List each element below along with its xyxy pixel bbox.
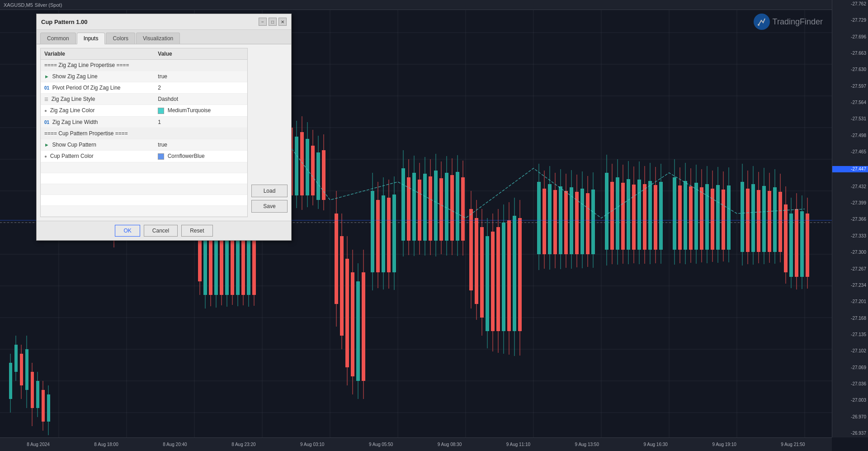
svg-rect-158: [252, 238, 256, 295]
svg-rect-398: [762, 186, 766, 252]
svg-rect-260: [475, 218, 478, 304]
val-show-cup: true: [154, 139, 247, 150]
svg-rect-209: [376, 200, 380, 272]
svg-rect-314: [586, 193, 590, 254]
dialog-window[interactable]: Cup Pattern 1.00 − □ ✕ Common Inputs Col…: [36, 14, 292, 241]
maximize-button[interactable]: □: [269, 18, 277, 26]
svg-rect-410: [784, 204, 788, 272]
chart-timeframe-label: M5: [26, 2, 33, 8]
svg-rect-188: [335, 214, 338, 304]
svg-rect-215: [387, 198, 391, 272]
svg-rect-254: [461, 177, 465, 241]
tab-inputs[interactable]: Inputs: [77, 33, 105, 44]
svg-rect-380: [722, 190, 725, 250]
dialog-tabs: Common Inputs Colors Visualization: [37, 30, 291, 44]
svg-rect-236: [429, 176, 432, 241]
time-label-3: 8 Aug 23:20: [231, 442, 255, 447]
time-label-11: 9 Aug 21:50: [781, 442, 805, 447]
svg-rect-401: [768, 191, 771, 252]
svg-rect-329: [621, 183, 625, 250]
load-button[interactable]: Load: [251, 185, 288, 197]
svg-rect-383: [727, 185, 731, 250]
chart-symbol-label: XAGUSD: [4, 2, 24, 8]
svg-rect-137: [214, 232, 218, 295]
svg-rect-404: [773, 187, 777, 252]
price-27564: -27.564: [832, 100, 868, 105]
val-zigzag-color: MediumTurquoise: [154, 105, 247, 117]
save-button[interactable]: Save: [251, 200, 288, 213]
section-cup-label: ==== Cup Pattern Propertise ====: [41, 128, 247, 139]
row-cup-color[interactable]: ● Cup Pattern Color CornflowerBlue: [41, 150, 247, 162]
tab-colors[interactable]: Colors: [106, 33, 135, 44]
price-27465: -27.465: [832, 150, 868, 154]
row-pivot-period[interactable]: 01 Pivot Period Of Zig Zag Line 2: [41, 82, 247, 94]
svg-rect-143: [225, 234, 229, 295]
svg-rect-212: [382, 195, 385, 272]
svg-rect-266: [486, 236, 489, 331]
empty-row-2: [41, 173, 247, 184]
properties-table-container: Variable Value ==== Zig Zag Line Propert…: [40, 48, 248, 217]
svg-rect-281: [513, 216, 516, 331]
dialog-controls: − □ ✕: [259, 18, 287, 26]
empty-row-1: [41, 162, 247, 173]
svg-rect-371: [705, 184, 709, 250]
tradingfinder-text: TradingFinder: [773, 17, 823, 27]
price-27036: -27.036: [832, 382, 868, 386]
svg-rect-323: [610, 182, 614, 250]
svg-rect-227: [412, 173, 416, 241]
empty-row-5: [41, 205, 247, 216]
svg-rect-422: [806, 214, 809, 277]
reset-button[interactable]: Reset: [181, 225, 212, 237]
svg-rect-194: [345, 259, 349, 367]
tab-common[interactable]: Common: [40, 33, 76, 44]
svg-rect-35: [25, 349, 28, 390]
ok-button[interactable]: OK: [115, 225, 140, 237]
svg-rect-386: [741, 182, 744, 252]
price-27630: -27.630: [832, 67, 868, 72]
svg-rect-407: [778, 192, 782, 252]
val-zigzag-style: Dashdot: [154, 94, 247, 105]
svg-rect-149: [236, 235, 240, 295]
row-show-cup[interactable]: ► Show Cup Pattern true: [41, 139, 247, 150]
row-show-zigzag[interactable]: ► Show Zig Zag Line true: [41, 71, 247, 82]
svg-rect-296: [553, 190, 557, 254]
price-27366: -27.366: [832, 217, 868, 222]
svg-rect-50: [36, 381, 39, 408]
time-label-4: 9 Aug 03:10: [300, 442, 324, 447]
swatch-zigzag[interactable]: [158, 108, 164, 114]
row-zigzag-width[interactable]: 01 Zig Zag Line Width 1: [41, 116, 247, 128]
tradingfinder-icon: [754, 14, 770, 30]
svg-rect-302: [564, 191, 568, 254]
svg-rect-332: [627, 179, 630, 250]
price-27696: -27.696: [832, 35, 868, 39]
val-cup-color: CornflowerBlue: [154, 150, 247, 162]
side-buttons: Load Save: [251, 48, 288, 217]
top-bar: XAGUSD , M5 Silver (Spot): [0, 0, 868, 10]
row-zigzag-style[interactable]: ☰ Zig Zag Line Style Dashdot: [41, 94, 247, 105]
minimize-button[interactable]: −: [259, 18, 267, 26]
time-label-6: 9 Aug 08:30: [438, 442, 462, 447]
var-zigzag-color: ● Zig Zag Line Color: [41, 105, 154, 117]
swatch-cup[interactable]: [158, 153, 164, 160]
row-zigzag-color[interactable]: ● Zig Zag Line Color MediumTurquoise: [41, 105, 247, 117]
cancel-button[interactable]: Cancel: [144, 225, 178, 237]
time-label-5: 9 Aug 05:50: [369, 442, 393, 447]
svg-rect-179: [311, 146, 315, 195]
svg-rect-320: [605, 173, 609, 250]
svg-rect-293: [548, 184, 552, 254]
color-icon-zigzag: ●: [44, 108, 47, 113]
svg-rect-353: [673, 177, 676, 250]
time-label-2: 8 Aug 20:40: [163, 442, 187, 447]
price-27102: -27.102: [832, 349, 868, 353]
color-icon-cup: ●: [44, 154, 47, 159]
close-button[interactable]: ✕: [278, 18, 287, 26]
section-zigzag-label: ==== Zig Zag Line Propertise ====: [41, 60, 247, 71]
price-27003: -27.003: [832, 398, 868, 403]
svg-rect-338: [637, 180, 641, 250]
tab-visualization[interactable]: Visualization: [136, 33, 180, 44]
svg-rect-413: [789, 214, 793, 277]
val-zigzag-width: 1: [154, 116, 247, 128]
price-27597: -27.597: [832, 84, 868, 89]
svg-rect-419: [800, 211, 804, 277]
tradingfinder-logo: TradingFinder: [754, 14, 823, 30]
